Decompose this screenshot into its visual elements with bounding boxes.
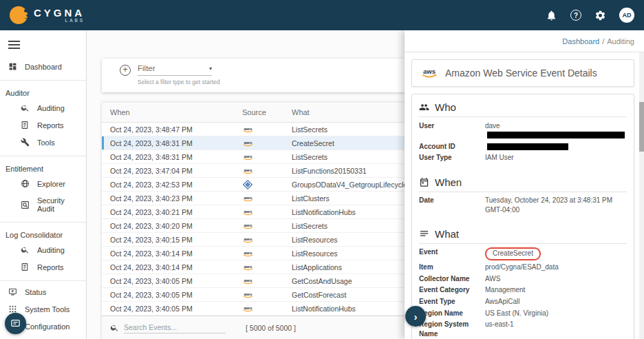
detail-value: prod/Cygna/ESAD_data (485, 263, 627, 272)
table-row[interactable]: Oct 24, 2023, 3:48:47 PMawsListSecrets (102, 123, 417, 136)
sidebar-item-label: Dashboard (25, 63, 62, 71)
hamburger-menu-icon[interactable] (0, 30, 28, 58)
search-icon (110, 323, 119, 332)
sidebar-section-entitlement: Entitlement (0, 158, 86, 175)
detail-row: EventCreateSecret (419, 247, 627, 262)
detail-row: Userdave (419, 120, 627, 141)
sidebar-item-auditing[interactable]: Auditing (0, 99, 86, 116)
detail-row: DateTuesday, October 24, 2023 at 3:48:31… (419, 195, 627, 216)
aws-source-icon: aws (242, 139, 254, 147)
table-row[interactable]: Oct 24, 2023, 3:40:23 PMawsListClusters (102, 192, 417, 205)
sidebar-item-explorer[interactable]: Explorer (0, 175, 86, 192)
breadcrumb-dashboard-link[interactable]: Dashboard (562, 37, 599, 45)
table-row[interactable]: Oct 24, 2023, 3:40:14 PMawsListApplicati… (102, 260, 417, 274)
sidebar: DashboardAuditorAuditingReportsToolsEnti… (0, 30, 87, 339)
help-icon[interactable]: ? (570, 10, 581, 21)
svg-text:aws: aws (244, 139, 253, 144)
detail-label: Date (419, 196, 485, 214)
table-row[interactable]: Oct 24, 2023, 3:47:04 PMawsListFunctions… (102, 164, 417, 178)
search-input[interactable] (124, 322, 226, 333)
aws-source-icon: aws (242, 305, 254, 313)
sidebar-divider (0, 156, 86, 156)
sidebar-item-reports[interactable]: Reports (0, 258, 86, 276)
add-filter-icon[interactable]: + (120, 65, 131, 76)
detail-row: Region NameUS East (N. Virginia) (419, 307, 627, 319)
detail-row: Account ID (419, 141, 627, 152)
table-row[interactable]: Oct 24, 2023, 3:40:05 PMawsGetCostForeca… (102, 288, 417, 302)
sidebar-item-status[interactable]: Status (0, 283, 86, 300)
table-row[interactable]: Oct 24, 2023, 3:40:21 PMawsListNotificat… (102, 205, 417, 219)
people-icon (419, 102, 429, 112)
sidebar-item-label: Explorer (37, 180, 65, 188)
sidebar-item-label: Reports (37, 121, 64, 130)
calendar-icon (419, 177, 429, 187)
detail-value: CreateSecret (485, 247, 627, 260)
aws-source-icon: aws (242, 167, 254, 175)
notifications-bell-icon[interactable] (546, 10, 557, 21)
detail-value: dave (485, 121, 627, 140)
table-row[interactable]: Oct 24, 2023, 3:42:53 PMGroupsODataV4_Ge… (102, 178, 417, 192)
chat-widget-button[interactable] (5, 313, 26, 334)
event-what: GetCostAndUsage (292, 277, 417, 285)
svg-text:aws: aws (244, 222, 253, 227)
section-title: What (435, 228, 459, 240)
aws-logo-icon: aws (420, 67, 438, 79)
detail-row: Event CategoryManagement (419, 285, 627, 296)
detail-value: Tuesday, October 24, 2023 at 3:48:31 PM … (485, 196, 627, 214)
user-avatar[interactable]: AD (619, 8, 634, 23)
panel-scrollbar-thumb[interactable] (639, 102, 644, 152)
panel-scrollbar-track[interactable] (639, 52, 644, 339)
event-what: GetCostForecast (292, 291, 417, 299)
brand-logo: CYGNA LABS (10, 6, 85, 24)
table-row[interactable]: Oct 24, 2023, 3:40:05 PMawsListNotificat… (102, 302, 417, 316)
detail-row: User TypeIAM User (419, 152, 627, 164)
detail-value: IAM User (485, 153, 627, 163)
sidebar-divider (0, 222, 86, 223)
event-when: Oct 24, 2023, 3:47:04 PM (110, 167, 242, 175)
table-row[interactable]: Oct 24, 2023, 3:40:15 PMawsListResources (102, 233, 417, 247)
table-header-row: When Source What (102, 102, 417, 123)
table-row[interactable]: Oct 24, 2023, 3:40:05 PMawsGetCostAndUsa… (102, 274, 417, 288)
detail-label: User Type (419, 153, 485, 163)
svg-text:aws: aws (244, 277, 253, 282)
table-row[interactable]: Oct 24, 2023, 3:48:31 PMawsListSecrets (102, 150, 417, 164)
breadcrumb-separator: / (602, 37, 604, 45)
panel-expand-button[interactable]: › (405, 306, 426, 327)
event-what: ListNotificationHubs (292, 305, 417, 313)
table-row[interactable]: Oct 24, 2023, 3:48:31 PMawsCreateSecret (102, 136, 417, 150)
report-icon (21, 121, 30, 130)
sidebar-item-tools[interactable]: Tools (0, 134, 86, 151)
table-row[interactable]: Oct 24, 2023, 3:40:20 PMawsListSecrets (102, 219, 417, 233)
table-row[interactable]: Oct 24, 2023, 3:40:14 PMawsListResources (102, 247, 417, 260)
detail-label: Event Type (419, 297, 485, 307)
event-when: Oct 24, 2023, 3:48:31 PM (110, 139, 242, 147)
event-what: ListSecrets (292, 125, 417, 134)
column-header-source[interactable]: Source (242, 108, 292, 116)
event-what: CreateSecret (292, 139, 417, 147)
event-what: ListResources (292, 249, 417, 258)
sidebar-item-reports[interactable]: Reports (0, 116, 86, 134)
event-what: ListResources (292, 236, 417, 244)
column-header-what[interactable]: What (292, 108, 417, 116)
settings-gear-icon[interactable] (594, 10, 606, 21)
sidebar-item-label: Reports (37, 263, 64, 271)
svg-text:aws: aws (244, 263, 253, 268)
sidebar-item-security-audit[interactable]: Security Audit (0, 192, 86, 217)
column-header-when[interactable]: When (110, 108, 242, 116)
section-heading-when: When (419, 171, 627, 192)
breadcrumb-current: Auditing (607, 37, 634, 45)
detail-row: Event TypeAwsApiCall (419, 296, 627, 308)
sidebar-item-auditing[interactable]: Auditing (0, 241, 86, 258)
sidebar-item-label: Tools (37, 138, 55, 147)
wrench-icon (21, 138, 30, 147)
globe-icon (21, 179, 30, 188)
svg-text:aws: aws (244, 194, 253, 199)
event-when: Oct 24, 2023, 3:48:31 PM (110, 153, 242, 161)
sidebar-divider (0, 280, 86, 281)
filter-dropdown[interactable]: Filter ▾ Select a filter type to get sta… (138, 64, 212, 85)
event-details-panel: Dashboard / Auditing aws Amazon Web Serv… (405, 30, 644, 339)
event-when: Oct 24, 2023, 3:40:05 PM (110, 277, 242, 285)
svg-text:aws: aws (244, 291, 253, 296)
filter-card: + Filter ▾ Select a filter type to get s… (102, 59, 413, 92)
sidebar-item-dashboard[interactable]: Dashboard (0, 58, 86, 75)
